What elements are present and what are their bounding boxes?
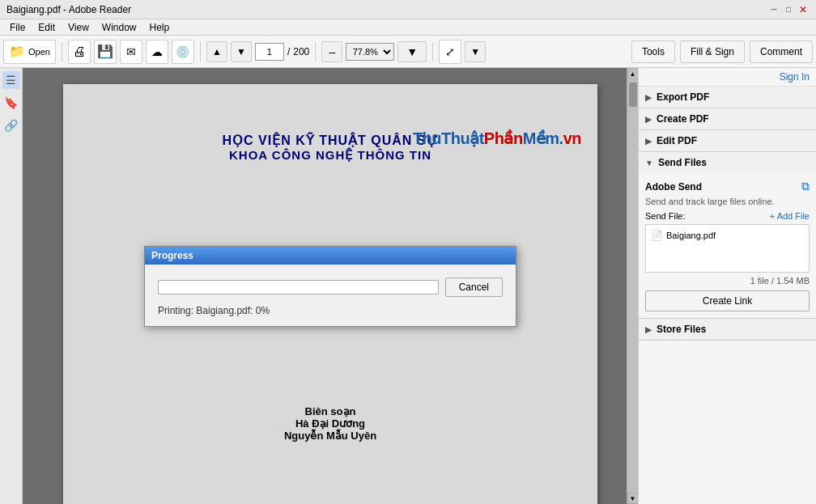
zoom-out-button[interactable]: – — [321, 41, 342, 62]
sign-in-link[interactable]: Sign In — [780, 71, 810, 83]
file-list-box: 📄 Baigiang.pdf — [645, 224, 810, 273]
create-pdf-label: Create PDF — [657, 113, 709, 125]
page-separator: / — [287, 46, 290, 57]
menu-window[interactable]: Window — [96, 20, 143, 35]
section-store-files: ▶ Store Files — [639, 319, 816, 341]
total-pages: 200 — [293, 46, 309, 57]
file-icon: 📄 — [651, 230, 663, 241]
pdf-area[interactable]: ThuThuậtPhầnMềm.vn HỌC VIỆN KỸ THUẬT QUÂ… — [23, 68, 638, 504]
adobe-send-header: Adobe Send ⧉ — [645, 180, 810, 193]
file-item: 📄 Baigiang.pdf — [651, 230, 804, 241]
save-button[interactable]: 💾 — [94, 40, 117, 64]
toolbar: 📁 Open 🖨 💾 ✉ ☁ 💿 ▲ ▼ 1 / 200 – 77.8% ▼ ⤢… — [0, 36, 816, 68]
left-panel: ☰ 🔖 🔗 — [0, 68, 23, 504]
menu-edit[interactable]: Edit — [32, 20, 62, 35]
adobe-send-icon: ⧉ — [801, 180, 810, 193]
progress-dialog: Progress Cancel Printing: Baigiang.pdf: … — [144, 246, 516, 327]
upload-button[interactable]: ☁ — [146, 40, 168, 64]
open-label: Open — [28, 47, 50, 57]
dialog-title: Progress — [151, 250, 193, 261]
send-file-label: Send File: — [645, 211, 686, 221]
panel-icon-menu[interactable]: ☰ — [2, 71, 20, 89]
section-export-pdf: ▶ Export PDF — [639, 87, 816, 108]
file-size-row: 1 file / 1.54 MB — [645, 276, 810, 286]
save-icon: 💾 — [97, 44, 113, 59]
expand-button[interactable]: ⤢ — [439, 40, 461, 64]
view-options-button[interactable]: ▼ — [465, 41, 486, 62]
section-send-files: ▼ Send Files Adobe Send ⧉ Send and track… — [639, 152, 816, 319]
arrow-right-icon-2: ▶ — [645, 115, 652, 124]
email-icon: ✉ — [126, 45, 136, 58]
right-panel: Sign In ▶ Export PDF ▶ Create PDF ▶ Edit… — [638, 68, 816, 504]
folder-icon: 📁 — [9, 44, 25, 59]
comment-button[interactable]: Comment — [750, 40, 813, 63]
open-button[interactable]: 📁 Open — [3, 40, 56, 64]
menu-help[interactable]: Help — [143, 20, 176, 35]
next-page-button[interactable]: ▼ — [231, 41, 252, 62]
section-create-pdf: ▶ Create PDF — [639, 108, 816, 130]
dialog-overlay: Progress Cancel Printing: Baigiang.pdf: … — [23, 68, 638, 504]
print-icon: 🖨 — [73, 44, 86, 59]
dialog-title-bar: Progress — [145, 247, 516, 265]
adobe-send-title: Adobe Send — [645, 181, 702, 193]
dialog-body: Cancel Printing: Baigiang.pdf: 0% — [145, 265, 516, 326]
window-controls: ─ □ ✕ — [767, 3, 810, 16]
right-panel-header: Sign In — [639, 68, 816, 87]
dialog-status: Printing: Baigiang.pdf: 0% — [158, 305, 503, 316]
menu-file[interactable]: File — [3, 20, 32, 35]
edit-pdf-header[interactable]: ▶ Edit PDF — [639, 130, 816, 151]
close-button[interactable]: ✕ — [797, 3, 810, 16]
toolbar-right: Tools Fill & Sign Comment — [631, 40, 813, 63]
send-files-label: Send Files — [658, 157, 707, 168]
panel-icon-bookmark[interactable]: 🔖 — [2, 94, 20, 112]
zoom-in-button[interactable]: ▼ — [397, 41, 427, 62]
arrow-right-icon: ▶ — [645, 93, 652, 102]
add-file-link[interactable]: + Add File — [770, 211, 810, 221]
toolbar-separator-3 — [315, 42, 316, 61]
send-files-content: Adobe Send ⧉ Send and track large files … — [639, 173, 816, 318]
page-number-input[interactable]: 1 — [255, 43, 284, 61]
cancel-button[interactable]: Cancel — [445, 277, 503, 297]
store-files-header[interactable]: ▶ Store Files — [639, 319, 816, 340]
file-name: Baigiang.pdf — [666, 231, 716, 240]
main-area: ☰ 🔖 🔗 ThuThuậtPhầnMềm.vn HỌC VIỆN KỸ THU… — [0, 68, 816, 504]
create-link-button[interactable]: Create Link — [645, 290, 810, 311]
panel-icon-link[interactable]: 🔗 — [2, 116, 20, 134]
email-button[interactable]: ✉ — [120, 40, 142, 64]
adobe-send-desc: Send and track large files online. — [645, 197, 810, 206]
progress-bar-container — [158, 280, 439, 294]
fill-sign-button[interactable]: Fill & Sign — [680, 40, 745, 63]
store-files-label: Store Files — [657, 324, 706, 335]
print-button[interactable]: 🖨 — [68, 40, 91, 64]
toolbar-separator-4 — [432, 42, 433, 61]
disk-button[interactable]: 💿 — [172, 40, 194, 64]
arrow-right-icon-3: ▶ — [645, 137, 652, 146]
disk-icon: 💿 — [176, 45, 189, 58]
minimize-button[interactable]: ─ — [767, 3, 780, 16]
arrow-right-icon-4: ▶ — [645, 325, 652, 334]
tools-button[interactable]: Tools — [631, 40, 675, 63]
export-pdf-label: Export PDF — [657, 91, 709, 103]
create-pdf-header[interactable]: ▶ Create PDF — [639, 108, 816, 129]
expand-icon: ⤢ — [445, 45, 455, 58]
send-files-header[interactable]: ▼ Send Files — [639, 152, 816, 173]
app-title: Baigiang.pdf - Adobe Reader — [6, 4, 131, 15]
toolbar-separator-1 — [62, 42, 62, 61]
prev-page-button[interactable]: ▲ — [206, 41, 227, 62]
export-pdf-header[interactable]: ▶ Export PDF — [639, 87, 816, 108]
edit-pdf-label: Edit PDF — [657, 135, 697, 146]
title-bar: Baigiang.pdf - Adobe Reader ─ □ ✕ — [0, 0, 816, 19]
menu-bar: File Edit View Window Help — [0, 19, 816, 36]
section-edit-pdf: ▶ Edit PDF — [639, 130, 816, 152]
maximize-button[interactable]: □ — [782, 3, 795, 16]
upload-icon: ☁ — [151, 45, 163, 58]
zoom-select[interactable]: 77.8% — [346, 43, 394, 61]
progress-row: Cancel — [158, 277, 503, 297]
toolbar-separator-2 — [200, 42, 201, 61]
menu-view[interactable]: View — [62, 20, 96, 35]
arrow-down-icon: ▼ — [645, 159, 653, 167]
send-file-row: Send File: + Add File — [645, 211, 810, 221]
